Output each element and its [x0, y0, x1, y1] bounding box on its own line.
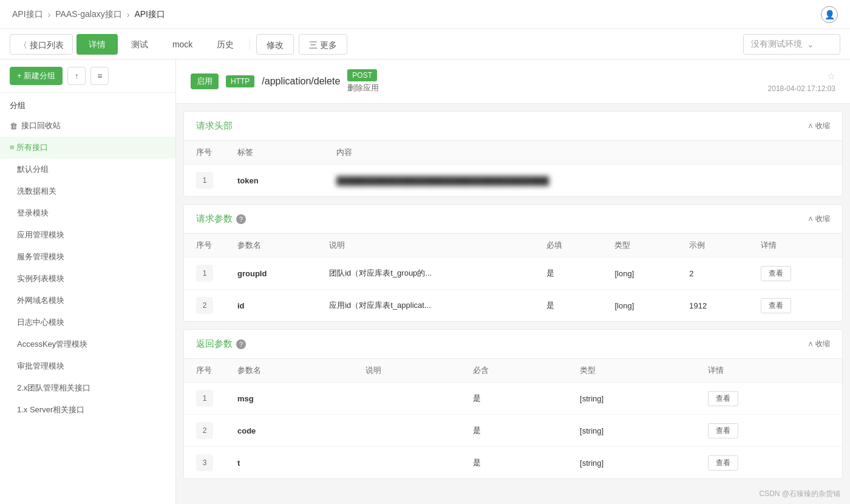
tab-back[interactable]: 〈 接口列表	[10, 34, 73, 55]
response-params-section-header: 返回参数 ? ∧ 收缩	[184, 330, 842, 359]
breadcrumb-sep-2: ›	[127, 10, 130, 19]
table-row: 2 code 是 [string] 查看	[184, 415, 842, 447]
row-num: 3	[196, 454, 213, 471]
table-row: 3 t 是 [string] 查看	[184, 447, 842, 479]
breadcrumb-item-1[interactable]: API接口	[12, 9, 43, 20]
sidebar-item-label: 默认分组	[17, 164, 49, 175]
sidebar-item-server[interactable]: 1.x Server相关接口	[0, 399, 175, 421]
col-num: 序号	[184, 141, 225, 165]
api-header: 启用 HTTP /application/delete POST 删除应用 ☆ …	[176, 60, 850, 104]
tab-test[interactable]: 测试	[119, 29, 160, 60]
content-area: 启用 HTTP /application/delete POST 删除应用 ☆ …	[176, 60, 850, 504]
sidebar-item-service-mgmt[interactable]: 服务管理模块	[0, 246, 175, 268]
breadcrumb-item-2[interactable]: PAAS-galaxy接口	[55, 9, 121, 20]
sidebar-item-default[interactable]: 默认分组	[0, 158, 175, 180]
col-detail: 详情	[749, 234, 842, 257]
view-detail-button[interactable]: 查看	[761, 266, 791, 281]
sort-button[interactable]: ↑	[67, 67, 86, 85]
col-content: 内容	[324, 141, 842, 165]
sidebar-item-log-center[interactable]: 日志中心模块	[0, 312, 175, 333]
sidebar-item-team-mgmt[interactable]: 2.x团队管理相关接口	[0, 377, 175, 399]
param-type-cell: [long]	[602, 257, 677, 290]
response-params-title: 返回参数 ?	[196, 338, 246, 350]
all-interfaces-label: ≡ 所有接口	[10, 142, 48, 153]
sidebar-item-label: 服务管理模块	[17, 251, 64, 262]
view-detail-button[interactable]: 查看	[761, 298, 791, 313]
view-detail-button[interactable]: 查看	[708, 391, 738, 406]
breadcrumb-item-3: API接口	[134, 9, 165, 20]
col-desc: 说明	[353, 359, 460, 383]
env-select-label: 没有测试环境	[751, 39, 802, 50]
filter-button[interactable]: ≡	[90, 67, 109, 85]
tab-more[interactable]: 三 更多	[299, 34, 347, 55]
param-detail-cell: 查看	[696, 415, 842, 447]
tab-detail[interactable]: 详情	[76, 34, 118, 55]
response-params-table: 序号 参数名 说明 必含 类型 详情 1 msg 是 [string]	[184, 359, 842, 478]
request-params-table: 序号 参数名 说明 必填 类型 示例 详情 1 groupId 团队id（对应库…	[184, 234, 842, 321]
param-detail-cell: 查看	[749, 257, 842, 290]
token-value: ██████████████████████████████████████	[336, 176, 549, 185]
sidebar-item-approval[interactable]: 审批管理模块	[0, 355, 175, 377]
row-num-cell: 1	[184, 165, 225, 197]
request-header-collapse[interactable]: ∧ 收缩	[807, 121, 830, 131]
view-detail-button[interactable]: 查看	[708, 423, 738, 438]
param-type-cell: [string]	[568, 447, 696, 479]
param-desc-cell: 应用id（对应库表t_applicat...	[317, 290, 534, 322]
col-name: 参数名	[225, 359, 353, 383]
sidebar-item-label: 洗数据相关	[17, 186, 56, 197]
tab-modify[interactable]: 修改	[256, 34, 294, 55]
sidebar-item-wash-data[interactable]: 洗数据相关	[0, 180, 175, 202]
tab-history[interactable]: 历史	[205, 29, 246, 60]
param-required-cell: 是	[461, 415, 568, 447]
help-icon[interactable]: ?	[236, 339, 246, 349]
tab-divider	[250, 38, 250, 50]
request-params-section: 请求参数 ? ∧ 收缩 序号 参数名 说明 必填 类型 示例 详情	[183, 204, 843, 322]
user-avatar-icon[interactable]: 👤	[821, 6, 838, 23]
new-group-button[interactable]: + 新建分组	[10, 67, 63, 85]
param-required-cell: 是	[461, 383, 568, 415]
sidebar-item-domain[interactable]: 外网域名模块	[0, 290, 175, 312]
method-http-badge: HTTP	[226, 75, 254, 87]
param-required-cell: 是	[534, 257, 603, 290]
sidebar-item-all[interactable]: ≡ 所有接口	[0, 137, 175, 158]
sidebar-item-accesskey[interactable]: AccessKey管理模块	[0, 333, 175, 355]
param-example-cell: 1912	[677, 290, 749, 322]
star-icon[interactable]: ☆	[827, 70, 835, 82]
tab-mock[interactable]: mock	[160, 29, 205, 60]
method-post-badge: POST	[347, 69, 377, 81]
row-tag-cell: token	[225, 165, 324, 197]
param-required-cell: 是	[534, 290, 603, 322]
env-select[interactable]: 没有测试环境 ⌄	[743, 34, 840, 55]
table-row: 1 msg 是 [string] 查看	[184, 383, 842, 415]
request-params-collapse[interactable]: ∧ 收缩	[807, 214, 830, 224]
col-example: 示例	[677, 234, 749, 257]
help-icon[interactable]: ?	[236, 214, 246, 224]
col-required: 必含	[461, 359, 568, 383]
sidebar-item-label: 实例列表模块	[17, 273, 64, 284]
param-type-cell: [string]	[568, 383, 696, 415]
response-params-collapse[interactable]: ∧ 收缩	[807, 339, 830, 349]
sidebar-item-label: 2.x团队管理相关接口	[17, 383, 90, 393]
param-type-cell: [string]	[568, 415, 696, 447]
breadcrumb-bar: API接口 › PAAS-galaxy接口 › API接口 👤	[0, 0, 850, 29]
col-desc: 说明	[317, 234, 534, 257]
sidebar-item-app-mgmt[interactable]: 应用管理模块	[0, 224, 175, 246]
sidebar-item-trash[interactable]: 🗑 接口回收站	[0, 115, 175, 137]
sidebar-item-label: 应用管理模块	[17, 230, 64, 240]
row-num: 1	[196, 265, 213, 282]
sidebar-item-instance-list[interactable]: 实例列表模块	[0, 268, 175, 290]
sidebar: + 新建分组 ↑ ≡ 分组 🗑 接口回收站 ≡ 所有接口 默认分组 洗数据相关 …	[0, 60, 176, 504]
trash-icon: 🗑	[10, 121, 18, 131]
breadcrumb-sep-1: ›	[48, 10, 51, 19]
param-detail-cell: 查看	[696, 383, 842, 415]
col-num: 序号	[184, 359, 225, 383]
sidebar-item-label: 1.x Server相关接口	[17, 404, 84, 415]
sidebar-item-login[interactable]: 登录模块	[0, 202, 175, 224]
param-name-cell: groupId	[225, 257, 317, 290]
request-header-section-header: 请求头部 ∧ 收缩	[184, 112, 842, 141]
response-params-section: 返回参数 ? ∧ 收缩 序号 参数名 说明 必含 类型 详情	[183, 329, 843, 479]
view-detail-button[interactable]: 查看	[708, 455, 738, 471]
col-required: 必填	[534, 234, 603, 257]
param-desc-cell	[353, 415, 460, 447]
status-badge: 启用	[191, 73, 219, 89]
